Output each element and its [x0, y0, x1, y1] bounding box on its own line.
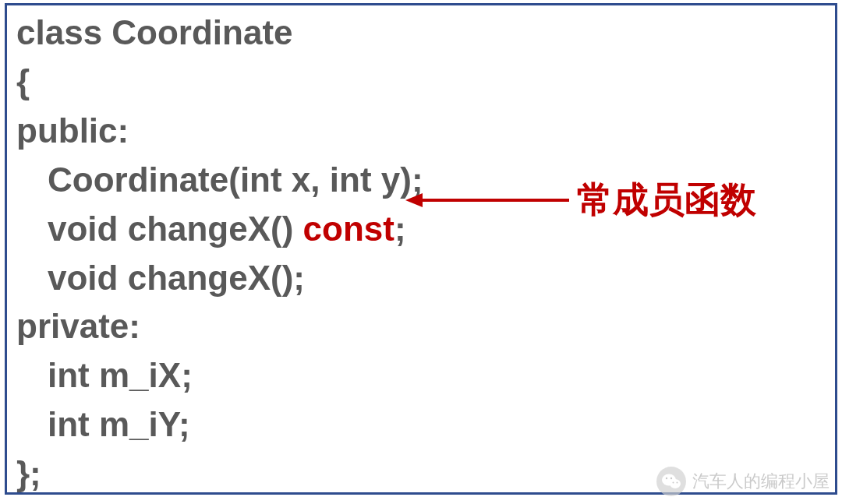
svg-point-3	[670, 479, 681, 488]
const-keyword: const	[303, 210, 394, 248]
watermark-text: 汽车人的编程小屋	[692, 470, 830, 493]
code-line-9: int m_iY;	[16, 400, 826, 449]
svg-point-4	[666, 478, 667, 479]
arrow-left-icon	[405, 189, 569, 212]
code-line-1: class Coordinate	[16, 9, 826, 58]
code-line-6: void changeX();	[16, 254, 826, 303]
wechat-icon	[656, 467, 686, 496]
code-line-5-prefix: void changeX()	[48, 210, 303, 248]
code-line-5-suffix: ;	[394, 210, 406, 248]
svg-point-7	[677, 482, 678, 484]
annotation: 常成员函数	[405, 176, 756, 224]
watermark: 汽车人的编程小屋	[656, 467, 830, 496]
code-line-8: int m_iX;	[16, 351, 826, 400]
annotation-text: 常成员函数	[577, 176, 756, 224]
code-box: class Coordinate { public: Coordinate(in…	[5, 3, 837, 495]
svg-marker-1	[405, 193, 423, 207]
code-line-2: {	[16, 58, 826, 107]
svg-point-5	[670, 478, 672, 479]
code-line-3: public:	[16, 107, 826, 156]
svg-point-6	[673, 482, 674, 484]
arrow-container	[405, 181, 569, 220]
code-line-7: private:	[16, 302, 826, 351]
